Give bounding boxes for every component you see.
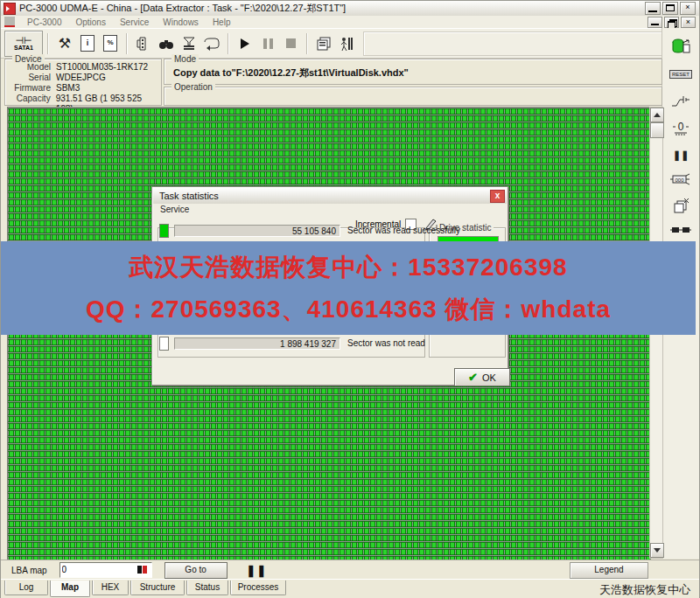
filter-icon[interactable] [178,32,200,55]
menu-bar: PC-3000 Options Service Windows Help × [1,16,699,28]
export-icon[interactable] [200,32,223,55]
not-read-label: Sector was not read [347,338,425,348]
stat-row-read-ok: 55 105 840 Sector was read successfully [159,224,460,237]
tab-processes[interactable]: Processes [230,581,286,595]
main-toolbar: ⊣⊢ SATA1 ⚒ i % [1,28,699,59]
sata-connector-icon: ⊣⊢ [15,37,32,45]
not-read-swatch [159,337,169,351]
lba-bar: LBA map Go to ❚❚ Legend [1,560,699,580]
mode-panel-title: Mode [172,54,199,64]
drive-id-icon[interactable]: i [76,32,99,55]
operation-panel-title: Operation [172,82,215,92]
watermark-line2: QQ：270569363、410614363 微信：whdata [86,293,611,326]
lba-input-wrap [60,562,152,578]
tab-structure[interactable]: Structure [130,581,185,595]
window-title: PC-3000 UDMA-E - China - [Data Extractor… [19,2,346,15]
lba-input[interactable] [62,564,132,574]
scroll-down-icon[interactable] [650,543,664,558]
device-panel: Device ModelST1000LM035-1RK172 SerialWDE… [4,59,162,106]
lba-map-label: LBA map [11,566,47,575]
pause-task-icon[interactable]: ❚❚ [662,143,699,166]
tab-hex[interactable]: HEX [92,581,129,595]
read-ok-label: Sector was read successfully [347,226,460,235]
clear-copies-icon[interactable] [662,194,699,217]
read-ok-swatch [159,224,169,238]
device-panel-title: Device [12,54,45,64]
sata1-port-button[interactable]: ⊣⊢ SATA1 [4,31,43,57]
watermark-banner: 武汉天浩数据恢复中心：15337206398 QQ：270569363、4106… [1,241,696,335]
stop-icon[interactable] [279,32,302,55]
lba-format-icon[interactable] [137,566,150,574]
dialog-close-icon[interactable]: x [490,190,505,203]
tab-status[interactable]: Status [186,581,228,595]
drive-resources-icon[interactable]: % [99,32,122,55]
app-icon [4,3,16,15]
mode-panel: Mode Copy data to"F:\2020\12.27-郑st1t\Vi… [164,59,662,85]
mdi-restore-button[interactable] [664,17,679,28]
power-circuit-icon[interactable] [662,91,699,114]
menu-windows[interactable]: Windows [156,17,206,27]
not-read-count: 1 898 419 327 [174,337,340,350]
copy-sectors-icon[interactable] [312,32,335,55]
menu-service[interactable]: Service [113,17,156,27]
tab-map[interactable]: Map [50,581,90,597]
tab-log[interactable]: Log [4,581,48,595]
ok-button[interactable]: ✔ OK [454,368,510,386]
pause-icon[interactable] [256,32,279,55]
menu-help[interactable]: Help [206,17,238,27]
stat-row-not-read: 1 898 419 327 Sector was not read [159,337,425,350]
legend-button[interactable]: Legend [570,562,648,579]
view-tabs-bar: Log Map HEX Structure Status Processes 天… [1,579,699,598]
map-pause-icon[interactable]: ❚❚ [247,564,268,577]
scroll-thumb[interactable] [650,122,664,138]
zero-gauge-icon[interactable]: 0 [662,117,699,140]
dialog-title: Task statistics [159,191,219,201]
menu-pc3000[interactable]: PC-3000 [20,17,68,27]
ok-check-icon: ✔ [468,373,478,382]
title-bar: PC-3000 UDMA-E - China - [Data Extractor… [1,1,699,17]
connector-icon[interactable] [662,219,699,241]
svg-text:000: 000 [675,177,684,183]
task-icon[interactable] [132,32,155,55]
mdi-close-button[interactable]: × [681,17,696,28]
search-icon[interactable] [155,32,178,55]
watermark-footer: 天浩数据恢复中心 [599,582,690,598]
dialog-title-bar[interactable]: Task statistics [153,188,507,204]
reset-icon[interactable]: RESET [662,63,699,86]
mdi-child-icon [4,17,15,27]
start-icon[interactable] [234,32,256,55]
watermark-line1: 武汉天浩数据恢复中心：15337206398 [129,251,567,284]
mdi-minimize-button[interactable] [648,17,662,28]
read-ok-count: 55 105 840 [174,225,340,237]
minimize-button[interactable] [645,2,661,15]
dialog-menu-service[interactable]: Service [152,205,508,218]
write-virtual-disk-icon[interactable] [662,35,699,58]
utilities-icon[interactable]: ⚒ [53,32,76,55]
maximize-button[interactable] [662,2,678,15]
toolbar-spacer-panel [363,31,694,56]
scroll-up-icon[interactable] [650,108,664,122]
menu-options[interactable]: Options [68,17,112,27]
device-row-serial: SerialWDEEJPCG [5,73,161,83]
svg-text:0: 0 [678,121,684,133]
odometer-icon[interactable]: 000 [662,168,699,191]
goto-button[interactable]: Go to [164,562,228,579]
exit-task-icon[interactable] [335,32,358,55]
main-window: PC-3000 UDMA-E - China - [Data Extractor… [0,0,700,598]
device-row-firmware: FirmwareSBM3 [5,83,161,94]
mode-value: Copy data to"F:\2020\12.27-郑st1t\Virtual… [164,59,662,80]
close-button[interactable]: × [680,2,696,15]
operation-panel: Operation [164,87,662,106]
